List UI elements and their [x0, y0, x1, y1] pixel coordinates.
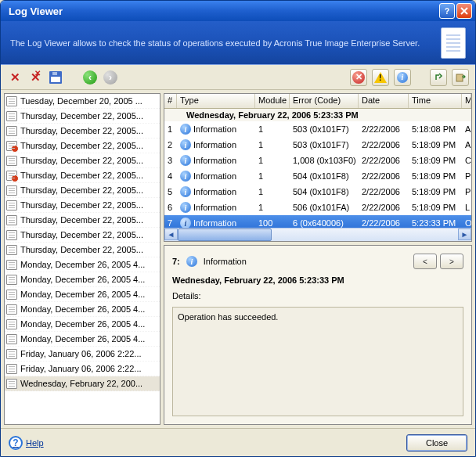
- grid-row[interactable]: 6iInformation1506 (0x101FA)2/22/20065:18…: [164, 200, 471, 215]
- grid-horizontal-scrollbar[interactable]: ◄ ►: [164, 228, 471, 241]
- filter-warning-button[interactable]: [372, 69, 389, 86]
- nav-forward-button[interactable]: ›: [103, 70, 118, 85]
- titlebar[interactable]: Log Viewer ?: [1, 1, 475, 21]
- grid-header[interactable]: # Type Module Error (Code) Date Time M: [164, 94, 471, 109]
- col-time[interactable]: Time: [409, 94, 462, 108]
- cell-msg: O: [462, 218, 471, 228]
- log-icon: [6, 156, 17, 166]
- cell-time: 5:18:09 PM: [409, 140, 462, 149]
- export-icon: [455, 72, 466, 83]
- cell-module: 1: [255, 156, 290, 165]
- session-list-item[interactable]: Thursday, December 22, 2005...: [5, 153, 160, 168]
- info-icon: i: [180, 202, 191, 213]
- session-list-item[interactable]: Thursday, December 22, 2005...: [5, 109, 160, 124]
- session-list-item[interactable]: Friday, January 06, 2006 2:22...: [5, 362, 160, 376]
- cell-type: iInformation: [177, 186, 255, 197]
- log-entries-grid[interactable]: # Type Module Error (Code) Date Time M W…: [164, 93, 472, 242]
- grid-row[interactable]: 3iInformation11,008 (0x103F0)2/22/20065:…: [164, 153, 471, 168]
- log-error-icon: [6, 171, 17, 181]
- col-error[interactable]: Error (Code): [290, 94, 359, 108]
- cell-error: 506 (0x101FA): [290, 203, 359, 212]
- scroll-thumb[interactable]: [178, 228, 272, 241]
- export-button[interactable]: [452, 69, 469, 86]
- cell-number: 1: [164, 124, 177, 134]
- session-list-item[interactable]: Monday, December 26, 2005 4...: [5, 272, 160, 287]
- grid-row[interactable]: 1iInformation1503 (0x101F7)2/22/20065:18…: [164, 121, 471, 137]
- log-icon: [6, 379, 17, 389]
- scroll-left-button[interactable]: ◄: [164, 228, 178, 240]
- session-list-item[interactable]: Wednesday, February 22, 200...: [5, 376, 160, 391]
- save-log-button[interactable]: [48, 70, 63, 85]
- arrow-left-icon: ‹: [83, 70, 97, 85]
- col-number[interactable]: #: [164, 94, 177, 108]
- close-button[interactable]: Close: [406, 434, 467, 452]
- session-list-item[interactable]: Thursday, December 22, 2005...: [5, 213, 160, 228]
- session-list-item[interactable]: Monday, December 26, 2005 4...: [5, 302, 160, 317]
- session-list-label: Thursday, December 22, 2005...: [20, 185, 143, 195]
- grid-row[interactable]: 4iInformation1504 (0x101F8)2/22/20065:18…: [164, 168, 471, 184]
- session-list-item[interactable]: Monday, December 26, 2005 4...: [5, 287, 160, 302]
- info-icon: i: [180, 139, 191, 150]
- refresh-icon: [433, 72, 444, 83]
- cell-msg: P: [462, 171, 471, 181]
- col-module[interactable]: Module: [255, 94, 290, 108]
- filter-info-button[interactable]: i: [394, 69, 411, 86]
- help-link[interactable]: ? Help: [9, 436, 44, 450]
- session-list-item[interactable]: Monday, December 26, 2005 4...: [5, 332, 160, 347]
- log-error-icon: [6, 141, 17, 151]
- grid-row[interactable]: 2iInformation1503 (0x101F7)2/22/20065:18…: [164, 137, 471, 153]
- log-icon: [6, 275, 17, 285]
- content-area: Tuesday, December 20, 2005 ...Thursday, …: [1, 90, 475, 428]
- log-icon: [6, 200, 17, 211]
- cell-date: 2/22/2006: [359, 124, 409, 134]
- cell-type: iInformation: [177, 171, 255, 182]
- log-icon: [6, 319, 17, 329]
- info-icon: i: [180, 155, 191, 166]
- session-list-label: Monday, December 26, 2005 4...: [20, 334, 145, 344]
- detail-timestamp: Wednesday, February 22, 2006 5:23:33 PM: [172, 275, 463, 285]
- titlebar-help-button[interactable]: ?: [439, 3, 455, 19]
- session-list-item[interactable]: Tuesday, December 20, 2005 ...: [5, 94, 160, 109]
- col-type[interactable]: Type: [177, 94, 255, 108]
- log-icon: [6, 111, 17, 121]
- session-list-item[interactable]: Thursday, December 22, 2005...: [5, 168, 160, 183]
- cell-module: 1: [255, 140, 290, 149]
- refresh-button[interactable]: [430, 69, 447, 86]
- grid-row[interactable]: 5iInformation1504 (0x101F8)2/22/20065:18…: [164, 184, 471, 200]
- session-list-item[interactable]: Thursday, December 22, 2005...: [5, 139, 160, 153]
- details-label: Details:: [172, 291, 463, 300]
- delete-all-logs-button[interactable]: ✕✕: [27, 70, 43, 85]
- col-date[interactable]: Date: [359, 94, 409, 108]
- col-message[interactable]: M: [462, 94, 471, 108]
- scroll-right-button[interactable]: ►: [458, 228, 471, 240]
- session-list-item[interactable]: Thursday, December 22, 2005...: [5, 183, 160, 198]
- session-list-item[interactable]: Thursday, December 22, 2005...: [5, 124, 160, 139]
- right-panel: # Type Module Error (Code) Date Time M W…: [164, 93, 472, 425]
- detail-next-button[interactable]: >: [440, 254, 463, 269]
- cell-module: 1: [255, 171, 290, 181]
- scroll-track[interactable]: [178, 228, 458, 241]
- session-list-item[interactable]: Friday, January 06, 2006 2:22...: [5, 347, 160, 362]
- detail-prev-button[interactable]: <: [413, 254, 437, 269]
- session-list-label: Thursday, December 22, 2005...: [20, 141, 143, 150]
- log-icon: [6, 304, 17, 315]
- session-list-item[interactable]: Thursday, December 22, 2005...: [5, 198, 160, 213]
- cell-module: 100: [255, 218, 290, 228]
- session-list-item[interactable]: Monday, December 26, 2005 4...: [5, 317, 160, 332]
- nav-back-button[interactable]: ‹: [82, 70, 98, 85]
- log-icon: [6, 334, 17, 344]
- filter-error-button[interactable]: ✕: [350, 69, 367, 86]
- grid-group-header: Wednesday, February 22, 2006 5:23:33 PM: [164, 109, 471, 121]
- titlebar-close-button[interactable]: [456, 3, 472, 19]
- delete-log-button[interactable]: ✕: [7, 70, 23, 85]
- floppy-icon: [49, 71, 62, 84]
- grid-row[interactable]: 7iInformation1006 (0x640006)2/22/20065:2…: [164, 215, 471, 228]
- cell-msg: P: [462, 187, 471, 196]
- cell-time: 5:18:09 PM: [409, 187, 462, 196]
- cell-msg: L: [462, 203, 471, 212]
- session-list-item[interactable]: Thursday, December 22, 2005...: [5, 243, 160, 257]
- log-session-list[interactable]: Tuesday, December 20, 2005 ...Thursday, …: [4, 93, 160, 425]
- session-list-item[interactable]: Monday, December 26, 2005 4...: [5, 257, 160, 272]
- session-list-item[interactable]: Thursday, December 22, 2005...: [5, 228, 160, 243]
- session-list-label: Friday, January 06, 2006 2:22...: [20, 364, 142, 373]
